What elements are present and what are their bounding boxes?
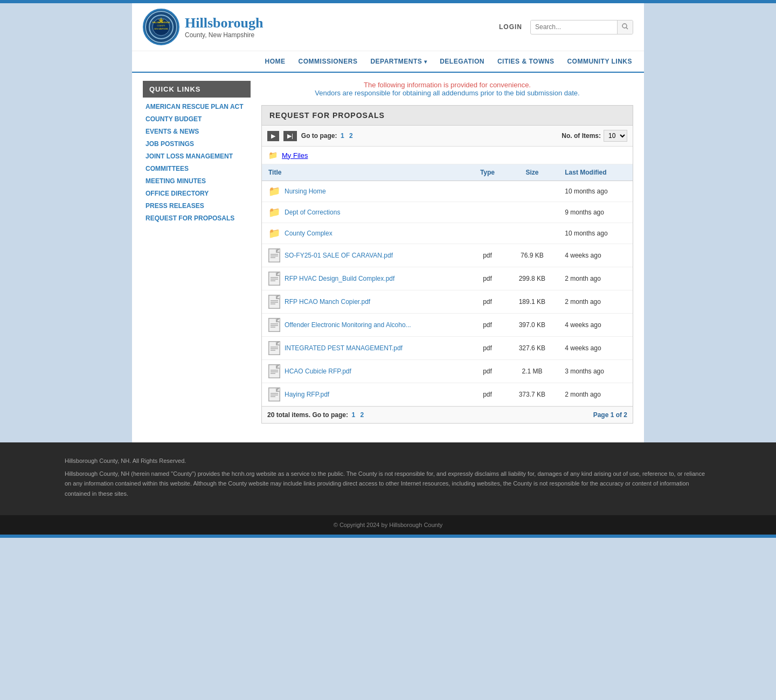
table-header-row: Title Type Size Last Modified bbox=[262, 164, 633, 181]
nav-item-delegation[interactable]: DELEGATION bbox=[439, 56, 486, 67]
table-row: Haying RFP.pdfpdf373.7 KB2 month ago bbox=[262, 383, 633, 406]
pdf-icon bbox=[268, 341, 280, 355]
file-type-cell: pdf bbox=[469, 290, 505, 314]
header: HILLSBOROUGH COUNTY NEW HAMPSHIRE Hillsb… bbox=[132, 3, 644, 51]
file-modified-cell: 4 weeks ago bbox=[558, 244, 633, 267]
file-name: Dept of Corrections bbox=[285, 209, 340, 216]
file-type-cell bbox=[469, 181, 505, 202]
sidebar-link-american-rescue-plan-act[interactable]: AMERICAN RESCUE PLAN ACT bbox=[146, 103, 244, 110]
file-title-cell: INTEGRATED PEST MANAGEMENT.pdf bbox=[262, 337, 469, 360]
file-table-body: 📁Nursing Home10 months ago📁Dept of Corre… bbox=[262, 181, 633, 406]
items-per-page-select[interactable]: 10 20 50 bbox=[604, 130, 627, 142]
page-info: Page 1 of 2 bbox=[593, 411, 627, 419]
file-name: SO-FY25-01 SALE OF CARAVAN.pdf bbox=[285, 252, 393, 259]
svg-text:COUNTY: COUNTY bbox=[157, 25, 165, 27]
table-row: SO-FY25-01 SALE OF CARAVAN.pdfpdf76.9 KB… bbox=[262, 244, 633, 267]
file-name: Offender Electronic Monitoring and Alcoh… bbox=[285, 321, 411, 329]
pdf-icon bbox=[268, 387, 280, 401]
file-link[interactable]: RFP HVAC Design_Build Complex.pdf bbox=[268, 272, 462, 286]
file-link[interactable]: INTEGRATED PEST MANAGEMENT.pdf bbox=[268, 341, 462, 355]
sidebar-link-request-for-proposals[interactable]: REQUEST FOR PROPOSALS bbox=[146, 214, 234, 222]
file-modified-cell: 4 weeks ago bbox=[558, 337, 633, 360]
svg-marker-24 bbox=[276, 318, 280, 322]
file-title-cell: 📁County Complex bbox=[262, 223, 469, 244]
svg-point-6 bbox=[622, 24, 627, 28]
table-row: RFP HCAO Manch Copier.pdfpdf189.1 KB2 mo… bbox=[262, 290, 633, 314]
folder-icon: 📁 bbox=[268, 185, 280, 197]
table-row: RFP HVAC Design_Build Complex.pdfpdf299.… bbox=[262, 267, 633, 290]
footer-page-2-link[interactable]: 2 bbox=[360, 411, 364, 419]
nav-item-departments[interactable]: DEPARTMENTS bbox=[369, 56, 428, 67]
sidebar-item: COMMITTEES bbox=[143, 162, 251, 175]
file-size-cell: 76.9 KB bbox=[506, 244, 559, 267]
search-box bbox=[530, 20, 633, 34]
table-row: HCAO Cubicle RFP.pdfpdf2.1 MB3 months ag… bbox=[262, 360, 633, 383]
logo-area: HILLSBOROUGH COUNTY NEW HAMPSHIRE Hillsb… bbox=[143, 9, 263, 45]
svg-rect-33 bbox=[269, 365, 280, 378]
my-files-link[interactable]: My Files bbox=[282, 151, 308, 160]
file-link[interactable]: SO-FY25-01 SALE OF CARAVAN.pdf bbox=[268, 248, 462, 262]
file-modified-cell: 4 weeks ago bbox=[558, 314, 633, 337]
search-input[interactable] bbox=[531, 20, 617, 33]
file-table: Title Type Size Last Modified 📁Nursing H… bbox=[262, 164, 633, 406]
header-type: Type bbox=[469, 164, 505, 181]
sidebar-link-office-directory[interactable]: OFFICE DIRECTORY bbox=[146, 190, 209, 197]
folder-link[interactable]: 📁Dept of Corrections bbox=[268, 206, 462, 218]
nav-next-button[interactable]: ▶ bbox=[267, 131, 279, 141]
nav-item-commissioners[interactable]: COMMISSIONERS bbox=[297, 56, 359, 67]
toolbar-right: No. of Items: 10 20 50 bbox=[562, 130, 627, 142]
sidebar-link-committees[interactable]: COMMITTEES bbox=[146, 165, 189, 172]
no-items-label: No. of Items: bbox=[562, 132, 601, 140]
page-2-link-top[interactable]: 2 bbox=[349, 132, 353, 140]
svg-rect-23 bbox=[269, 318, 280, 331]
svg-text:NEW HAMPSHIRE: NEW HAMPSHIRE bbox=[154, 28, 168, 30]
footer-page-1-link[interactable]: 1 bbox=[351, 411, 355, 419]
sidebar-link-county-budget[interactable]: COUNTY BUDGET bbox=[146, 115, 202, 123]
search-icon bbox=[622, 23, 628, 30]
sidebar-link-meeting-minutes[interactable]: MEETING MINUTES bbox=[146, 177, 206, 185]
nav-item-community-links[interactable]: COMMUNITY LINKS bbox=[566, 56, 633, 67]
sidebar-links: AMERICAN RESCUE PLAN ACTCOUNTY BUDGETEVE… bbox=[143, 100, 251, 224]
nav-last-button[interactable]: ▶| bbox=[283, 131, 297, 141]
file-size-cell bbox=[506, 181, 559, 202]
folder-link[interactable]: 📁County Complex bbox=[268, 227, 462, 239]
file-link[interactable]: HCAO Cubicle RFP.pdf bbox=[268, 364, 462, 378]
file-link[interactable]: RFP HCAO Manch Copier.pdf bbox=[268, 295, 462, 309]
file-modified-cell: 3 months ago bbox=[558, 360, 633, 383]
file-size-cell: 299.8 KB bbox=[506, 267, 559, 290]
pdf-icon bbox=[268, 364, 280, 378]
file-title-cell: Haying RFP.pdf bbox=[262, 383, 469, 406]
file-link[interactable]: Haying RFP.pdf bbox=[268, 387, 462, 401]
sidebar-item: JOINT LOSS MANAGEMENT bbox=[143, 150, 251, 162]
page-1-link-top[interactable]: 1 bbox=[341, 132, 344, 140]
login-link[interactable]: LOGIN bbox=[499, 23, 522, 31]
nav-item-cities---towns[interactable]: CITIES & TOWNS bbox=[496, 56, 555, 67]
file-modified-cell: 2 month ago bbox=[558, 267, 633, 290]
svg-line-7 bbox=[626, 27, 628, 29]
file-name: HCAO Cubicle RFP.pdf bbox=[285, 368, 351, 375]
footer-goto-label: Go to page: bbox=[312, 411, 348, 419]
file-size-cell bbox=[506, 202, 559, 223]
file-link[interactable]: Offender Electronic Monitoring and Alcoh… bbox=[268, 318, 462, 332]
file-type-cell: pdf bbox=[469, 360, 505, 383]
sidebar-link-job-postings[interactable]: JOB POSTINGS bbox=[146, 140, 194, 148]
footer-dark: Hillsborough County, NH. All Rights Rese… bbox=[0, 442, 776, 515]
seal-inner: HILLSBOROUGH COUNTY NEW HAMPSHIRE bbox=[145, 11, 177, 43]
file-size-cell: 189.1 KB bbox=[506, 290, 559, 314]
folder-link[interactable]: 📁Nursing Home bbox=[268, 185, 462, 197]
search-button[interactable] bbox=[617, 20, 633, 34]
svg-marker-19 bbox=[276, 295, 280, 299]
nav-item-home[interactable]: HOME bbox=[264, 56, 287, 67]
sidebar: QUICK LINKS AMERICAN RESCUE PLAN ACTCOUN… bbox=[143, 81, 251, 424]
file-modified-cell: 2 month ago bbox=[558, 290, 633, 314]
table-row: 📁County Complex10 months ago bbox=[262, 223, 633, 244]
file-title-cell: HCAO Cubicle RFP.pdf bbox=[262, 360, 469, 383]
file-title-cell: RFP HCAO Manch Copier.pdf bbox=[262, 290, 469, 314]
file-type-cell: pdf bbox=[469, 267, 505, 290]
content-area: QUICK LINKS AMERICAN RESCUE PLAN ACTCOUN… bbox=[132, 73, 644, 432]
header-title: Title bbox=[262, 164, 469, 181]
sidebar-item: REQUEST FOR PROPOSALS bbox=[143, 212, 251, 224]
sidebar-link-joint-loss-management[interactable]: JOINT LOSS MANAGEMENT bbox=[146, 153, 233, 160]
sidebar-link-press-releases[interactable]: PRESS RELEASES bbox=[146, 202, 204, 210]
sidebar-link-events---news[interactable]: EVENTS & NEWS bbox=[146, 128, 199, 135]
